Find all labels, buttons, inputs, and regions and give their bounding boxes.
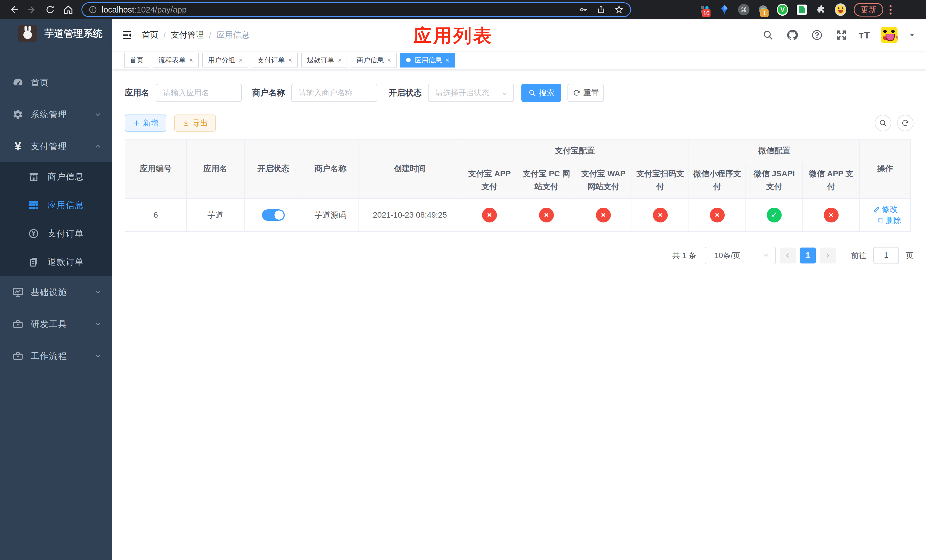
tab-home[interactable]: 首页 xyxy=(124,53,149,68)
reload-icon xyxy=(45,4,56,15)
breadcrumb-home[interactable]: 首页 xyxy=(142,29,158,41)
sidebar-collapse-button[interactable] xyxy=(112,20,142,51)
goto-label: 前往 xyxy=(851,250,867,260)
close-icon[interactable]: × xyxy=(189,56,193,64)
tab-pay-orders[interactable]: 支付订单× xyxy=(252,53,298,68)
puzzle-extensions-icon[interactable] xyxy=(816,3,827,16)
sidebar-item-refund-orders[interactable]: 退款订单 xyxy=(0,248,112,276)
browser-home-button[interactable] xyxy=(59,2,77,18)
breadcrumb-payment[interactable]: 支付管理 xyxy=(171,29,204,41)
fullscreen-icon[interactable] xyxy=(835,28,848,42)
close-icon[interactable]: × xyxy=(387,56,391,64)
font-size-icon[interactable]: ᴛT xyxy=(859,30,870,41)
vue-devtools-extension-icon[interactable]: V xyxy=(777,3,788,16)
col-actions: 操作 xyxy=(859,139,911,198)
site-info-icon[interactable] xyxy=(89,5,97,14)
prev-page-button[interactable] xyxy=(780,248,796,263)
table-grid-icon xyxy=(27,199,40,211)
merchant-name-input[interactable]: 请输入商户名称 xyxy=(291,84,377,102)
goto-page-input[interactable] xyxy=(873,247,899,264)
wx-mini-status xyxy=(710,207,725,222)
col-wx-mini: 微信小程序支付 xyxy=(689,162,746,198)
password-key-icon[interactable] xyxy=(579,5,588,14)
app-name-input[interactable]: 请输入应用名 xyxy=(156,84,242,102)
tab-process-form[interactable]: 流程表单× xyxy=(153,53,199,68)
hamburger-icon xyxy=(121,29,133,41)
close-icon[interactable]: × xyxy=(239,56,243,64)
browser-forward-button[interactable] xyxy=(23,2,41,18)
browser-back-button[interactable] xyxy=(5,2,23,18)
sidebar-item-dev-tools[interactable]: 研发工具 xyxy=(0,308,112,340)
bookmark-star-icon[interactable] xyxy=(614,5,624,15)
chrome-update-button[interactable]: 更新 xyxy=(854,3,883,17)
col-wx-app: 微信 APP 支付 xyxy=(803,162,859,198)
close-icon[interactable]: × xyxy=(288,56,292,64)
col-status: 开启状态 xyxy=(244,139,302,198)
tab-app-info[interactable]: 应用信息× xyxy=(400,53,455,68)
col-alipay-pc: 支付宝 PC 网站支付 xyxy=(518,162,575,198)
tab-merchant-info[interactable]: 商户信息× xyxy=(351,53,397,68)
next-page-button[interactable] xyxy=(820,248,836,263)
sidebar-item-merchant-info[interactable]: 商户信息 xyxy=(0,162,112,191)
emoji-profile-icon[interactable] xyxy=(835,3,846,16)
refresh-table-button[interactable] xyxy=(897,115,914,131)
chevron-down-icon xyxy=(94,110,102,118)
sidebar-item-infrastructure[interactable]: 基础设施 xyxy=(0,276,112,308)
alipay-pc-status xyxy=(539,207,554,222)
kite-extension-icon[interactable] xyxy=(719,3,730,16)
merchant-name-label: 商户名称 xyxy=(252,87,285,98)
total-count: 共 1 条 xyxy=(672,250,696,260)
url-bar[interactable]: localhost:1024/pay/app xyxy=(82,2,631,17)
alipay-qr-status xyxy=(653,207,668,222)
sidebar-item-system[interactable]: 系统管理 xyxy=(0,98,112,130)
green-doc-extension-icon[interactable] xyxy=(796,3,808,16)
app-title: 芋道管理系统 xyxy=(44,27,103,40)
recorder-extension-icon[interactable]: 1 xyxy=(757,3,769,16)
browser-menu-icon[interactable] xyxy=(888,3,893,16)
sidebar-item-payment[interactable]: ¥ 支付管理 xyxy=(0,130,112,162)
refresh-icon xyxy=(901,119,909,127)
browser-chrome: localhost:1024/pay/app 10 1 V xyxy=(0,0,926,20)
header-search-icon[interactable] xyxy=(761,28,775,42)
page-size-select[interactable]: 10条/页 xyxy=(705,247,776,264)
toggle-search-button[interactable] xyxy=(875,115,891,131)
share-icon[interactable] xyxy=(596,5,606,14)
github-icon[interactable] xyxy=(785,28,799,42)
pagination: 共 1 条 10条/页 1 前往 页 xyxy=(125,247,914,264)
sidebar-item-app-info[interactable]: 应用信息 xyxy=(0,191,112,219)
avatar-caret-icon[interactable] xyxy=(908,31,916,39)
col-merchant: 商户名称 xyxy=(302,139,359,198)
close-icon[interactable]: × xyxy=(338,56,342,64)
page-number-1[interactable]: 1 xyxy=(800,248,816,263)
add-button[interactable]: 新增 xyxy=(125,115,166,132)
close-icon[interactable]: × xyxy=(445,56,449,64)
sidebar-item-workflow[interactable]: 工作流程 xyxy=(0,340,112,372)
user-avatar[interactable] xyxy=(881,27,897,43)
browser-reload-button[interactable] xyxy=(41,2,59,18)
reset-button[interactable]: 重置 xyxy=(567,84,604,102)
cell-created: 2021-10-23 08:49:25 xyxy=(359,198,461,232)
extensions-area: 10 1 V xyxy=(699,3,846,16)
export-button[interactable]: 导出 xyxy=(174,115,216,132)
yen-circle-icon xyxy=(27,228,40,239)
blue-diamond-extension-icon[interactable]: 10 xyxy=(699,3,711,16)
search-button[interactable]: 搜索 xyxy=(521,84,561,102)
status-toggle[interactable] xyxy=(262,209,285,221)
col-app-name: 应用名 xyxy=(186,139,244,198)
navbar: 首页 / 支付管理 / 应用信息 应用列表 ᴛT xyxy=(112,20,926,51)
app-logo[interactable]: 芋道管理系统 xyxy=(0,20,112,48)
app-name-label: 应用名 xyxy=(125,87,150,98)
delete-link[interactable]: 删除 xyxy=(877,215,902,226)
edit-link[interactable]: 修改 xyxy=(873,204,898,215)
chevron-up-icon xyxy=(94,142,102,150)
col-alipay-wap: 支付宝 WAP 网站支付 xyxy=(575,162,632,198)
help-icon[interactable] xyxy=(810,28,824,42)
sidebar-item-pay-orders[interactable]: 支付订单 xyxy=(0,219,112,248)
status-select[interactable]: 请选择开启状态 xyxy=(428,84,514,102)
command-extension-icon[interactable] xyxy=(738,3,749,16)
gear-icon xyxy=(11,109,24,120)
tab-user-group[interactable]: 用户分组× xyxy=(202,53,248,68)
briefcase-icon xyxy=(11,350,24,362)
tab-refund-orders[interactable]: 退款订单× xyxy=(301,53,347,68)
sidebar-item-home[interactable]: 首页 xyxy=(0,67,112,98)
